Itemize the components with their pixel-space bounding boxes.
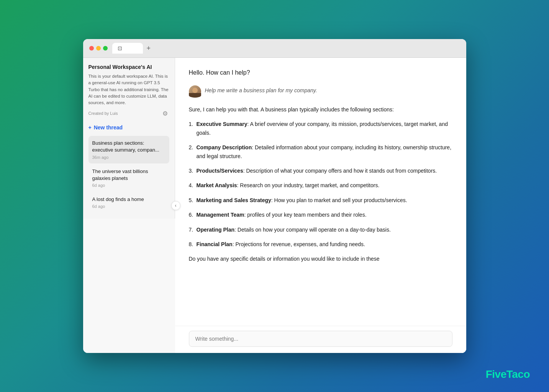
item-title: Marketing and Sales Strategy (197, 197, 271, 203)
collapse-sidebar-button[interactable]: ‹ (171, 201, 180, 210)
chat-area: Hello. How can I help? Help me write a b… (175, 58, 466, 353)
brand-name-part1: Five (486, 368, 506, 380)
item-title: Executive Summary (197, 121, 247, 127)
item-number: 2. (189, 143, 193, 152)
settings-icon[interactable]: ⚙ (162, 110, 169, 117)
item-desc: : Projections for revenue, expenses, and… (233, 241, 365, 247)
thread-item-time: 6d ago (92, 183, 166, 188)
tab-icon: ⊡ (118, 45, 122, 51)
thread-item-title: The universe vast billions galaxies plan… (92, 168, 166, 182)
ai-greeting: Hello. How can I help? (189, 69, 452, 76)
item-title: Operating Plan (197, 227, 235, 233)
new-thread-button[interactable]: + New thread (88, 124, 169, 131)
list-item: 6. Management Team: profiles of your key… (189, 211, 452, 219)
close-button[interactable] (89, 46, 94, 51)
thread-item[interactable]: The universe vast billions galaxies plan… (88, 164, 169, 191)
item-desc: : Description of what your company offer… (243, 168, 437, 174)
item-title: Financial Plan (197, 241, 233, 247)
browser-window: ⊡ + Personal Workspace's AI This is your… (83, 39, 466, 353)
item-number: 1. (189, 120, 193, 128)
sidebar: Personal Workspace's AI This is your def… (83, 58, 175, 219)
thread-item-title: Business plan sections: executive summar… (92, 140, 166, 154)
item-desc: : Details on how your company will opera… (234, 227, 391, 233)
new-tab-button[interactable]: + (145, 44, 152, 52)
thread-item-time: 36m ago (92, 155, 166, 160)
item-number: 8. (189, 240, 193, 248)
item-title: Company Description (197, 144, 252, 150)
plus-icon: + (88, 124, 92, 131)
item-title: Management Team (197, 212, 244, 218)
list-item: 3. Products/Services: Description of wha… (189, 167, 452, 175)
chat-messages: Hello. How can I help? Help me write a b… (175, 58, 466, 326)
browser-body: Personal Workspace's AI This is your def… (83, 58, 466, 353)
fullscreen-button[interactable] (103, 46, 108, 51)
tab-bar: ⊡ + (112, 43, 460, 54)
item-title: Market Analysis (197, 182, 237, 188)
thread-item-time: 6d ago (92, 204, 166, 209)
list-item: 5. Marketing and Sales Strategy: How you… (189, 196, 452, 204)
workspace-description: This is your default workspace AI. This … (88, 73, 169, 106)
ai-intro-text: Sure, I can help you with that. A busine… (189, 105, 452, 114)
chat-input[interactable] (189, 331, 452, 347)
list-item: 8. Financial Plan: Projections for reven… (189, 240, 452, 248)
minimize-button[interactable] (96, 46, 101, 51)
traffic-lights (89, 46, 108, 51)
list-item: 4. Market Analysis: Research on your ind… (189, 181, 452, 189)
business-plan-list: 1. Executive Summary: A brief overview o… (189, 120, 452, 248)
user-message-text: Help me write a business plan for my com… (205, 85, 317, 93)
created-by-label: Created by Luis (88, 111, 118, 116)
item-desc: : profiles of your key team members and … (244, 212, 367, 218)
sidebar-wrapper: Personal Workspace's AI This is your def… (83, 58, 175, 353)
item-title: Products/Services (197, 168, 243, 174)
list-item: 7. Operating Plan: Details on how your c… (189, 225, 452, 234)
workspace-title: Personal Workspace's AI (88, 64, 169, 70)
user-message: Help me write a business plan for my com… (189, 85, 452, 98)
chat-input-area (175, 326, 466, 353)
list-item: 1. Executive Summary: A brief overview o… (189, 120, 452, 137)
list-item: 2. Company Description: Detailed informa… (189, 143, 452, 160)
active-tab[interactable]: ⊡ (112, 43, 143, 54)
thread-item[interactable]: A lost dog finds a home 6d ago (88, 192, 169, 212)
item-number: 4. (189, 181, 193, 189)
brand-name-part2: Taco (506, 368, 530, 380)
item-number: 3. (189, 167, 193, 175)
item-number: 6. (189, 211, 193, 219)
thread-list: Business plan sections: executive summar… (88, 136, 169, 212)
ai-response: Sure, I can help you with that. A busine… (189, 105, 452, 263)
thread-item[interactable]: Business plan sections: executive summar… (88, 136, 169, 163)
avatar (189, 85, 201, 98)
brand-name: FiveTaco (486, 368, 530, 380)
item-number: 7. (189, 225, 193, 234)
item-desc: : Research on your industry, target mark… (237, 182, 380, 188)
browser-chrome: ⊡ + (83, 39, 466, 58)
item-number: 5. (189, 196, 193, 204)
new-thread-label: New thread (94, 124, 123, 131)
ai-followup-text: Do you have any specific details or info… (189, 255, 452, 263)
thread-item-title: A lost dog finds a home (92, 196, 166, 203)
brand-footer: FiveTaco (486, 368, 530, 381)
workspace-footer: Created by Luis ⚙ (88, 110, 169, 117)
item-desc: : How you plan to market and sell your p… (271, 197, 407, 203)
